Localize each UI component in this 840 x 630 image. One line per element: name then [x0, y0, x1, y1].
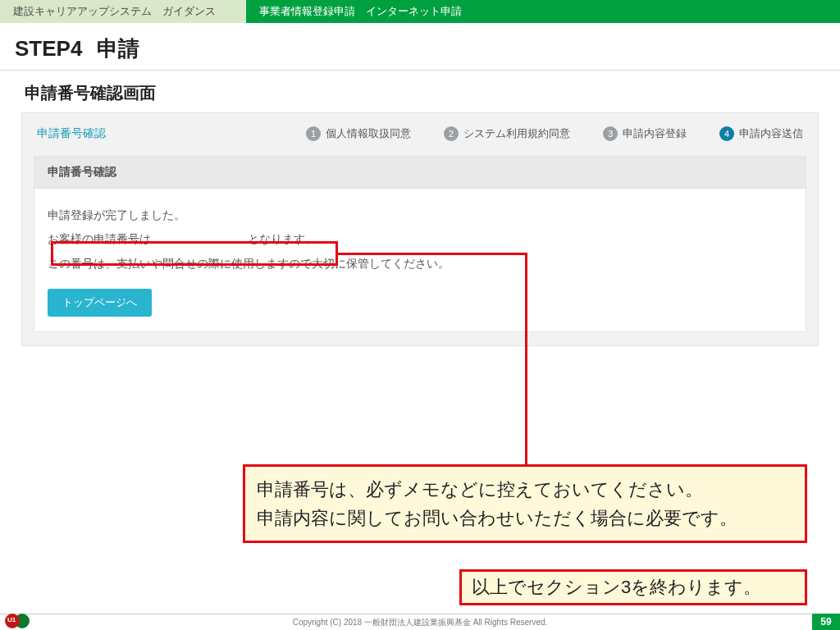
wizard-step-1: 1 個人情報取扱同意 — [306, 126, 411, 141]
confirmation-card: 申請番号確認 申請登録が完了しました。 お客様の申請番号は となります。 この番… — [34, 156, 806, 332]
wizard-step-2: 2 システム利用規約同意 — [444, 126, 570, 141]
wizard-steps: 1 個人情報取扱同意 2 システム利用規約同意 3 申請内容登録 4 申請内容送… — [306, 126, 803, 141]
msg-application-number-line: お客様の申請番号は となります。 — [48, 227, 792, 251]
topbar: 建設キャリアアップシステム ガイダンス 事業者情報登録申請 インターネット申請 — [0, 0, 840, 23]
wizard-step-4: 4 申請内容送信 — [719, 126, 803, 141]
step-title: STEP4申請 — [0, 23, 840, 71]
wizard-panel: 申請番号確認 1 個人情報取扱同意 2 システム利用規約同意 3 申請内容登録 … — [21, 112, 819, 346]
footer-bar: Copyright (C) 2018 一般財団法人建設業振興基金 All Rig… — [0, 614, 840, 630]
card-header: 申請番号確認 — [34, 157, 806, 189]
wizard-step-label-4: 申請内容送信 — [739, 126, 803, 141]
wizard-step-label-2: システム利用規約同意 — [463, 126, 570, 141]
page-number-badge: 59 — [812, 614, 840, 630]
callout-note-appnumber: 申請番号は、必ずメモなどに控えておいてください。 申請内容に関してお問い合わせい… — [243, 464, 807, 543]
msg-keep-number: この番号は、支払いや問合せの際に使用しますので大切に保管してください。 — [48, 252, 792, 276]
callout1-line1: 申請番号は、必ずメモなどに控えておいてください。 — [257, 475, 793, 504]
callout1-line2: 申請内容に関してお問い合わせいただく場合に必要です。 — [257, 504, 793, 532]
step-number: STEP4 — [15, 36, 82, 61]
wizard-step-badge-1: 1 — [306, 126, 321, 141]
wizard-step-label-1: 個人情報取扱同意 — [326, 126, 411, 141]
footer-logo — [5, 614, 30, 628]
appnum-suffix: となります。 — [248, 232, 317, 245]
wizard-step-badge-3: 3 — [603, 126, 618, 141]
card-actions: トップページへ — [34, 284, 806, 331]
logo-red-icon — [5, 614, 20, 628]
wizard-current-step: 申請番号確認 — [37, 126, 106, 141]
msg-registration-complete: 申請登録が完了しました。 — [48, 203, 792, 227]
section-title: 申請番号確認画面 — [0, 71, 840, 112]
card-body: 申請登録が完了しました。 お客様の申請番号は となります。 この番号は、支払いや… — [34, 189, 806, 284]
to-top-page-button[interactable]: トップページへ — [48, 289, 152, 317]
wizard-step-badge-2: 2 — [444, 126, 459, 141]
callout-section-end: 以上でセクション3を終わります。 — [459, 569, 807, 605]
wizard-step-3: 3 申請内容登録 — [603, 126, 687, 141]
application-number-redacted — [154, 232, 244, 245]
step-label: 申請 — [97, 36, 139, 61]
topbar-left: 建設キャリアアップシステム ガイダンス — [0, 0, 246, 23]
wizard-head: 申請番号確認 1 個人情報取扱同意 2 システム利用規約同意 3 申請内容登録 … — [34, 121, 806, 151]
wizard-step-label-3: 申請内容登録 — [623, 126, 687, 141]
topbar-right: 事業者情報登録申請 インターネット申請 — [246, 0, 840, 23]
wizard-step-badge-4: 4 — [719, 126, 734, 141]
footer-copyright: Copyright (C) 2018 一般財団法人建設業振興基金 All Rig… — [293, 617, 548, 628]
appnum-prefix: お客様の申請番号は — [48, 232, 151, 245]
